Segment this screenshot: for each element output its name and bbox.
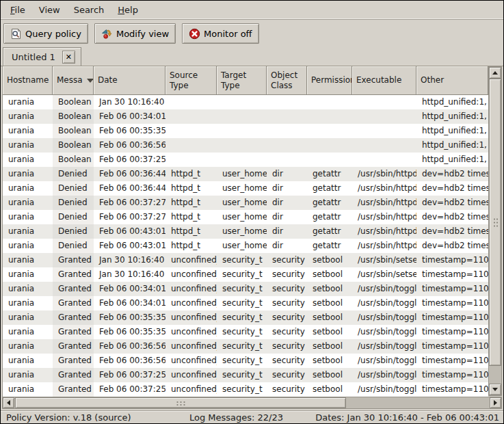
table-row[interactable]: uraniaGrantedFeb 06 00:34:01unconfined_s… bbox=[3, 296, 488, 310]
column-header-label: Target Type bbox=[221, 70, 246, 91]
table-row[interactable]: uraniaGrantedJan 30 10:16:40unconfined_s… bbox=[3, 267, 488, 282]
table-row[interactable]: uraniaBooleanFeb 06 00:34:01httpd_unifie… bbox=[3, 109, 488, 124]
table-cell bbox=[165, 138, 217, 153]
table-row[interactable]: uraniaGrantedFeb 06 00:37:25unconfined_s… bbox=[3, 382, 488, 397]
column-header-other[interactable]: Other bbox=[416, 66, 488, 95]
menu-item-search[interactable]: Search bbox=[67, 2, 111, 18]
tab-untitled-1[interactable]: Untitled 1 ✕ bbox=[3, 47, 81, 66]
table-cell: unconfined_ bbox=[165, 382, 217, 397]
table-row[interactable]: uraniaDeniedFeb 06 00:36:44httpd_tuser_h… bbox=[3, 167, 488, 181]
horizontal-scrollbar-thumb[interactable] bbox=[15, 397, 346, 408]
table-cell: timestamp=11076 bbox=[416, 310, 488, 325]
table-cell: user_home_ bbox=[217, 167, 267, 181]
column-header-target-type[interactable]: Target Type bbox=[217, 66, 267, 95]
table-cell: setbool bbox=[307, 354, 352, 368]
column-header-hostname[interactable]: Hostname bbox=[3, 66, 53, 95]
table-cell: setbool bbox=[307, 267, 352, 282]
arrow-down-icon bbox=[492, 388, 498, 391]
table-cell: dir bbox=[267, 224, 307, 239]
column-header-label: Date bbox=[98, 75, 118, 85]
scrollbar-grip-icon bbox=[493, 217, 498, 228]
table-cell: security_t bbox=[217, 267, 267, 282]
table-row[interactable]: uraniaGrantedFeb 06 00:35:35unconfined_s… bbox=[3, 310, 488, 325]
table-cell: Granted bbox=[53, 253, 94, 267]
column-header-label: Source Type bbox=[170, 70, 198, 91]
table-cell: unconfined_ bbox=[165, 325, 217, 339]
menu-item-view[interactable]: View bbox=[32, 2, 67, 18]
table-cell: urania bbox=[3, 124, 53, 138]
table-cell bbox=[217, 109, 267, 124]
table-cell: dir bbox=[267, 196, 307, 210]
table-cell bbox=[352, 109, 416, 124]
column-header-date[interactable]: Date bbox=[94, 66, 165, 95]
table-row[interactable]: uraniaBooleanFeb 06 00:36:56httpd_unifie… bbox=[3, 138, 488, 153]
table-cell: dir bbox=[267, 167, 307, 181]
menu-item-file[interactable]: File bbox=[3, 2, 32, 18]
horizontal-scrollbar[interactable] bbox=[2, 397, 502, 409]
table-cell: Feb 06 00:35:35 bbox=[94, 310, 165, 325]
monitor-off-button[interactable]: Monitor off bbox=[182, 23, 258, 44]
table-row[interactable]: uraniaGrantedFeb 06 00:37:25unconfined_s… bbox=[3, 368, 488, 382]
table-cell: /usr/sbin/httpd bbox=[352, 224, 416, 239]
table-row[interactable]: uraniaDeniedFeb 06 00:37:27httpd_tuser_h… bbox=[3, 210, 488, 224]
table-row[interactable]: uraniaBooleanJan 30 10:16:40httpd_unifie… bbox=[3, 95, 488, 109]
table-cell bbox=[165, 95, 217, 109]
table-row[interactable]: uraniaGrantedJan 30 10:16:40unconfined_s… bbox=[3, 253, 488, 267]
column-header-permission[interactable]: Permission bbox=[307, 66, 352, 95]
column-header-messa[interactable]: Messa bbox=[53, 66, 94, 95]
table-row[interactable]: uraniaBooleanFeb 06 00:37:25httpd_unifie… bbox=[3, 153, 488, 167]
table-cell: Feb 06 00:37:27 bbox=[94, 196, 165, 210]
column-header-object-class[interactable]: Object Class bbox=[267, 66, 307, 95]
table-cell: getattr bbox=[307, 239, 352, 253]
table-cell: httpd_t bbox=[165, 239, 217, 253]
table-cell: Denied bbox=[53, 181, 94, 196]
table-cell: Feb 06 00:34:01 bbox=[94, 282, 165, 296]
table-cell: /usr/sbin/toggle bbox=[352, 339, 416, 354]
table-row[interactable]: uraniaBooleanFeb 06 00:35:35httpd_unifie… bbox=[3, 124, 488, 138]
table-cell bbox=[217, 138, 267, 153]
vertical-scrollbar-thumb[interactable] bbox=[489, 79, 501, 366]
table-row[interactable]: uraniaGrantedFeb 06 00:36:56unconfined_s… bbox=[3, 339, 488, 354]
table-row[interactable]: uraniaDeniedFeb 06 00:37:27httpd_tuser_h… bbox=[3, 196, 488, 210]
table-cell: httpd_t bbox=[165, 196, 217, 210]
scroll-left-button[interactable] bbox=[3, 397, 14, 408]
tab-close-button[interactable]: ✕ bbox=[62, 51, 75, 64]
menu-item-help[interactable]: Help bbox=[111, 2, 145, 18]
column-header-source-type[interactable]: Source Type bbox=[165, 66, 217, 95]
table-cell: /usr/sbin/setseb bbox=[352, 267, 416, 282]
table-cell: Feb 06 00:37:25 bbox=[94, 382, 165, 397]
table-cell: setbool bbox=[307, 296, 352, 310]
table-cell: dir bbox=[267, 181, 307, 196]
table-cell: httpd_unified:1, h bbox=[416, 124, 488, 138]
table-header-row: HostnameMessaDateSource TypeTarget TypeO… bbox=[3, 66, 488, 95]
scroll-up-button[interactable] bbox=[489, 67, 501, 79]
table-row[interactable]: uraniaDeniedFeb 06 00:43:01httpd_tuser_h… bbox=[3, 239, 488, 253]
table-cell: urania bbox=[3, 382, 53, 397]
table-cell: setbool bbox=[307, 368, 352, 382]
table-cell: Denied bbox=[53, 167, 94, 181]
table-cell bbox=[217, 95, 267, 109]
table-row[interactable]: uraniaDeniedFeb 06 00:36:44httpd_tuser_h… bbox=[3, 181, 488, 196]
table-cell: httpd_unified:1, h bbox=[416, 95, 488, 109]
table-cell bbox=[352, 124, 416, 138]
close-icon: ✕ bbox=[66, 53, 72, 61]
column-header-executable[interactable]: Executable bbox=[352, 66, 416, 95]
scroll-down-button[interactable] bbox=[489, 384, 501, 395]
table-cell: user_home_ bbox=[217, 196, 267, 210]
table-row[interactable]: uraniaGrantedFeb 06 00:36:56unconfined_s… bbox=[3, 354, 488, 368]
table-cell: urania bbox=[3, 339, 53, 354]
table-row[interactable]: uraniaDeniedFeb 06 00:43:01httpd_tuser_h… bbox=[3, 224, 488, 239]
modify-view-button[interactable]: Modify view bbox=[94, 23, 176, 44]
table-cell: Feb 06 00:43:01 bbox=[94, 224, 165, 239]
table-cell: Boolean bbox=[53, 153, 94, 167]
query-policy-button[interactable]: Query policy bbox=[3, 23, 88, 44]
table-cell: user_home_ bbox=[217, 210, 267, 224]
table-row[interactable]: uraniaGrantedFeb 06 00:34:01unconfined_s… bbox=[3, 282, 488, 296]
table-cell: timestamp=11076 bbox=[416, 354, 488, 368]
table-row[interactable]: uraniaGrantedFeb 06 00:35:35unconfined_s… bbox=[3, 325, 488, 339]
table-cell: Granted bbox=[53, 325, 94, 339]
table-cell: Feb 06 00:37:25 bbox=[94, 153, 165, 167]
vertical-scrollbar[interactable] bbox=[488, 66, 502, 396]
scroll-right-button[interactable] bbox=[490, 397, 501, 408]
table-cell: /usr/sbin/toggle bbox=[352, 282, 416, 296]
